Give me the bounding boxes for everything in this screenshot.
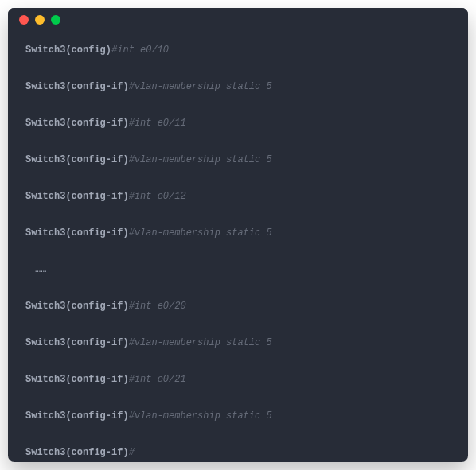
command-comment: #int e0/11 (129, 118, 186, 129)
terminal-window: Switch3(config)#int e0/10 Switch3(config… (8, 8, 468, 462)
ellipsis: …… (25, 264, 46, 275)
prompt: Switch3(config-if) (25, 154, 129, 165)
terminal-line: Switch3(config)#int e0/10 (25, 43, 451, 57)
terminal-line: Switch3(config-if)#vlan-membership stati… (25, 226, 451, 240)
prompt: Switch3(config-if) (25, 191, 129, 202)
prompt: Switch3(config-if) (25, 118, 129, 129)
terminal-line: Switch3(config-if)#int e0/12 (25, 189, 451, 204)
prompt: Switch3(config-if) (25, 374, 129, 385)
prompt: Switch3(config) (25, 45, 111, 56)
terminal-line: Switch3(config-if)# (25, 445, 451, 460)
close-icon[interactable] (19, 15, 29, 25)
command-comment: #int e0/12 (129, 191, 186, 202)
command-comment: #vlan-membership static 5 (129, 337, 272, 348)
terminal-line: Switch3(config-if)#int e0/20 (25, 299, 451, 313)
terminal-line: Switch3(config-if)#vlan-membership stati… (25, 80, 451, 94)
command-comment: #vlan-membership static 5 (129, 81, 272, 92)
command-comment: #vlan-membership static 5 (129, 227, 272, 239)
prompt: Switch3(config-if) (25, 301, 129, 312)
terminal-line: Switch3(config-if)#vlan-membership stati… (25, 409, 451, 423)
zoom-icon[interactable] (51, 15, 60, 25)
command-comment: #vlan-membership static 5 (129, 154, 272, 165)
terminal-body: Switch3(config)#int e0/10 Switch3(config… (8, 32, 468, 462)
titlebar (8, 8, 468, 32)
command-comment: #int e0/21 (129, 374, 186, 385)
prompt: Switch3(config-if) (25, 337, 129, 348)
minimize-icon[interactable] (35, 15, 45, 25)
terminal-line: Switch3(config-if)#vlan-membership stati… (25, 153, 451, 167)
command-comment: #vlan-membership static 5 (129, 410, 272, 421)
terminal-line: Switch3(config-if)#int e0/21 (25, 372, 451, 386)
command-comment: #int e0/20 (129, 301, 186, 312)
prompt: Switch3(config-if) (25, 410, 129, 421)
terminal-line: Switch3(config-if)#vlan-membership stati… (25, 336, 451, 350)
prompt: Switch3(config-if) (25, 227, 129, 239)
prompt: Switch3(config-if) (25, 447, 129, 458)
command-comment: # (129, 447, 135, 458)
command-comment: #int e0/10 (111, 45, 169, 56)
terminal-line: …… (25, 262, 451, 277)
prompt: Switch3(config-if) (25, 81, 129, 92)
terminal-line: Switch3(config-if)#int e0/11 (25, 116, 451, 130)
